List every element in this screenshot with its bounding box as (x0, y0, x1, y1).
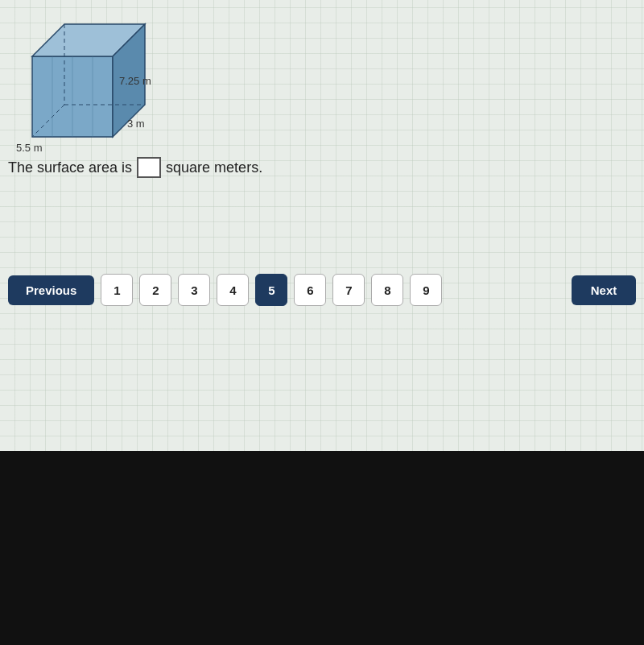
svg-text:3 m: 3 m (127, 118, 145, 130)
page-button-9[interactable]: 9 (410, 274, 442, 306)
page-button-4[interactable]: 4 (217, 274, 249, 306)
page-button-1[interactable]: 1 (101, 274, 133, 306)
page-button-6[interactable]: 6 (294, 274, 326, 306)
page-button-3[interactable]: 3 (178, 274, 210, 306)
3d-box-figure: 7.25 m 3 m 5.5 m (8, 8, 169, 160)
question-text: The surface area is square meters. (8, 157, 262, 178)
navigation-row: Previous 1 2 3 4 5 6 7 8 9 Next (8, 274, 636, 306)
page-button-2[interactable]: 2 (139, 274, 171, 306)
page-button-5[interactable]: 5 (255, 274, 287, 306)
previous-button[interactable]: Previous (8, 275, 94, 305)
bottom-dark-area (0, 451, 644, 645)
page-button-8[interactable]: 8 (371, 274, 403, 306)
main-content-area: 7.25 m 3 m 5.5 m The surface area is squ… (0, 0, 644, 451)
svg-text:5.5 m: 5.5 m (16, 142, 43, 154)
page-button-7[interactable]: 7 (332, 274, 365, 306)
answer-input-box[interactable] (137, 157, 161, 178)
question-prefix: The surface area is (8, 159, 132, 176)
question-suffix: square meters. (166, 159, 262, 176)
svg-text:7.25 m: 7.25 m (119, 75, 151, 87)
next-button[interactable]: Next (572, 275, 636, 305)
